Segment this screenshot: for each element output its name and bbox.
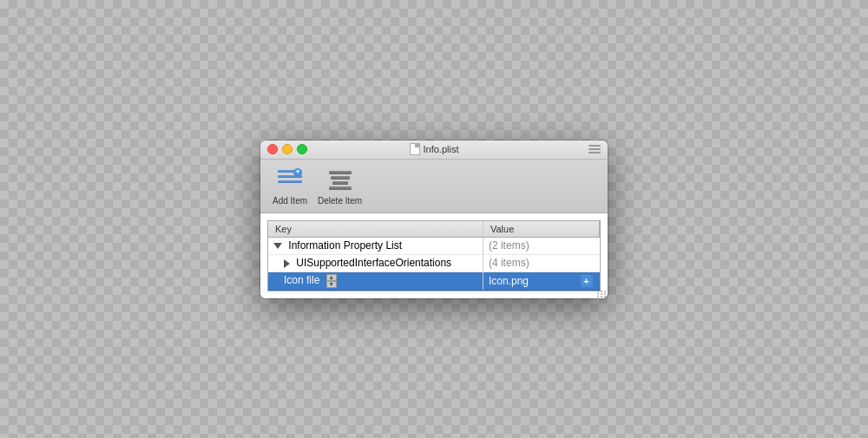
stepper-down[interactable]: ▼ [326, 281, 337, 288]
close-button[interactable] [267, 144, 278, 154]
resize-dot [597, 291, 599, 292]
resize-line-3 [589, 152, 601, 154]
traffic-lights [267, 144, 307, 154]
plus-badge: + [293, 168, 302, 177]
resize-dot [601, 296, 602, 297]
col-key-header: Key [268, 221, 483, 238]
titlebar: Info.plist [260, 141, 608, 160]
table-row[interactable]: Information Property List (2 items) [268, 237, 600, 254]
delete-item-label: Delete Item [318, 196, 362, 206]
delete-icon-line-1 [329, 171, 352, 174]
resize-dot [597, 293, 599, 295]
resize-line-1 [589, 145, 601, 147]
delete-item-icon-container [326, 167, 354, 194]
add-item-icon: + [278, 168, 302, 193]
add-item-label: Add Item [273, 196, 307, 206]
add-item-button[interactable]: + Add Item [269, 165, 311, 207]
row-3-key-text: Icon file [284, 274, 319, 286]
minimize-button[interactable] [282, 144, 293, 154]
maximize-button[interactable] [297, 144, 307, 154]
table-row-selected[interactable]: Icon file ▲ ▼ Icon.png + [268, 271, 600, 290]
row-2-key[interactable]: UISupportedInterfaceOrientations [268, 254, 483, 271]
delete-item-button[interactable]: Delete Item [314, 165, 365, 207]
window-title-area: Info.plist [410, 143, 459, 155]
resize-dot [601, 291, 602, 292]
add-item-icon-container: + [276, 167, 304, 194]
row-2-value-text: (4 items) [489, 257, 529, 269]
col-value-header: Value [483, 221, 599, 238]
plist-table: Key Value Information Property List (2 i… [268, 221, 600, 291]
content-area: Key Value Information Property List (2 i… [260, 213, 608, 298]
table-header-row: Key Value [268, 221, 600, 238]
expand-icon [273, 243, 282, 249]
row-1-key[interactable]: Information Property List [268, 237, 483, 254]
window-title: Info.plist [424, 144, 459, 154]
file-icon [410, 143, 420, 155]
resize-dots [597, 291, 607, 297]
row-1-value-text: (2 items) [489, 239, 529, 252]
resize-dot [604, 293, 606, 295]
resize-line-2 [589, 148, 601, 150]
type-stepper[interactable]: ▲ ▼ [326, 274, 337, 288]
resize-handle[interactable] [597, 288, 608, 298]
list-line-3 [278, 180, 302, 183]
toolbar: + Add Item Delete Item [260, 160, 608, 213]
resize-dot [604, 296, 606, 297]
resize-dot [601, 293, 602, 295]
table-row[interactable]: UISupportedInterfaceOrientations (4 item… [268, 254, 600, 271]
resize-dot [597, 296, 599, 297]
delete-icon-line-2 [331, 176, 350, 180]
expand-icon [284, 259, 290, 268]
add-row-button[interactable]: + [581, 275, 593, 287]
row-1-value: (2 items) [483, 237, 599, 254]
main-window: Info.plist + Add Item [260, 141, 608, 298]
delete-item-icon [326, 171, 354, 190]
window-resize-icon[interactable] [589, 145, 601, 154]
row-3-value[interactable]: Icon.png + [483, 271, 599, 290]
table-border: Key Value Information Property List (2 i… [267, 220, 601, 291]
stepper-up[interactable]: ▲ [326, 274, 337, 281]
row-3-key[interactable]: Icon file ▲ ▼ [268, 271, 483, 290]
delete-icon-line-3 [332, 181, 348, 185]
row-2-value: (4 items) [483, 254, 599, 271]
row-2-key-text: UISupportedInterfaceOrientations [296, 257, 451, 269]
row-1-key-text: Information Property List [288, 239, 402, 252]
delete-icon-line-4 [329, 186, 352, 190]
resize-dot [604, 291, 606, 292]
row-3-value-text: Icon.png [489, 275, 529, 287]
